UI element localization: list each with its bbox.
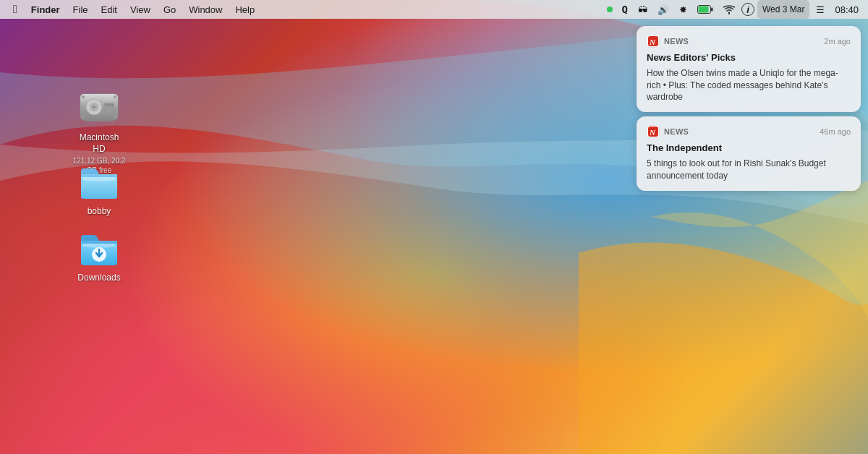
svg-text:N: N: [649, 128, 656, 137]
notification-card-1[interactable]: N NEWS 2m ago News Editors' Picks How th…: [637, 26, 861, 112]
svg-text:N: N: [649, 38, 656, 46]
glasses-icon[interactable]: 🕶: [634, 0, 651, 19]
notif-app-name-1: NEWS: [664, 37, 824, 46]
svg-rect-10: [109, 104, 110, 106]
svg-rect-11: [111, 104, 113, 106]
svg-rect-2: [711, 8, 713, 12]
view-menu[interactable]: View: [124, 0, 157, 19]
svg-rect-1: [698, 7, 708, 13]
notif-body-1: How the Olsen twins made a Uniqlo for th…: [647, 67, 851, 103]
svg-point-7: [93, 106, 95, 108]
menubar:  Finder File Edit View Go Window Help Q…: [0, 0, 868, 19]
qr-icon[interactable]: Q: [618, 0, 631, 19]
notif-header-2: N NEWS 46m ago: [647, 125, 851, 138]
status-dot-green: [607, 7, 613, 12]
svg-rect-16: [85, 119, 113, 121]
finder-menu[interactable]: Finder: [25, 0, 67, 19]
notification-center-icon[interactable]: ☰: [812, 0, 828, 19]
info-icon[interactable]: i: [741, 3, 754, 16]
downloads-folder-image: [77, 226, 121, 269]
help-menu[interactable]: Help: [229, 0, 261, 19]
downloads-folder-label: Downloads: [75, 272, 123, 285]
bluetooth-icon[interactable]: ✸: [676, 0, 691, 19]
downloads-folder-icon[interactable]: Downloads: [70, 226, 128, 285]
file-menu[interactable]: File: [67, 0, 95, 19]
svg-rect-9: [106, 104, 107, 106]
notif-time-2: 46m ago: [820, 127, 851, 136]
svg-point-13: [114, 95, 116, 98]
svg-point-12: [82, 95, 85, 98]
svg-point-15: [114, 116, 116, 119]
wifi-icon[interactable]: [720, 0, 739, 19]
go-menu[interactable]: Go: [157, 0, 182, 19]
time-display: 08:40: [831, 0, 862, 19]
news-app-icon-1: N: [647, 35, 660, 48]
volume-icon[interactable]: 🔊: [654, 0, 673, 19]
window-menu[interactable]: Window: [182, 0, 229, 19]
battery-icon[interactable]: [694, 0, 717, 19]
notif-body-2: 5 things to look out for in Rishi Sunak'…: [647, 158, 851, 182]
macintosh-hd-label: Macintosh HD: [70, 132, 128, 155]
bobby-folder-icon[interactable]: bobby: [70, 159, 128, 218]
bobby-folder-label: bobby: [85, 205, 114, 218]
notif-time-1: 2m ago: [824, 37, 851, 46]
notif-title-1: News Editors' Picks: [647, 52, 851, 64]
notification-panel: N NEWS 2m ago News Editors' Picks How th…: [637, 26, 861, 191]
svg-point-14: [82, 116, 85, 119]
notif-title-2: The Independent: [647, 142, 851, 155]
datetime-display[interactable]: Wed 3 Mar: [757, 0, 809, 19]
svg-rect-8: [104, 103, 114, 111]
news-app-icon-2: N: [647, 125, 660, 138]
edit-menu[interactable]: Edit: [95, 0, 124, 19]
apple-menu[interactable]: : [6, 0, 25, 19]
bobby-folder-image: [77, 159, 121, 202]
notif-header-1: N NEWS 2m ago: [647, 35, 851, 48]
notif-app-name-2: NEWS: [664, 127, 820, 136]
notification-card-2[interactable]: N NEWS 46m ago The Independent 5 things …: [637, 116, 861, 190]
hd-icon-image: [77, 85, 121, 129]
